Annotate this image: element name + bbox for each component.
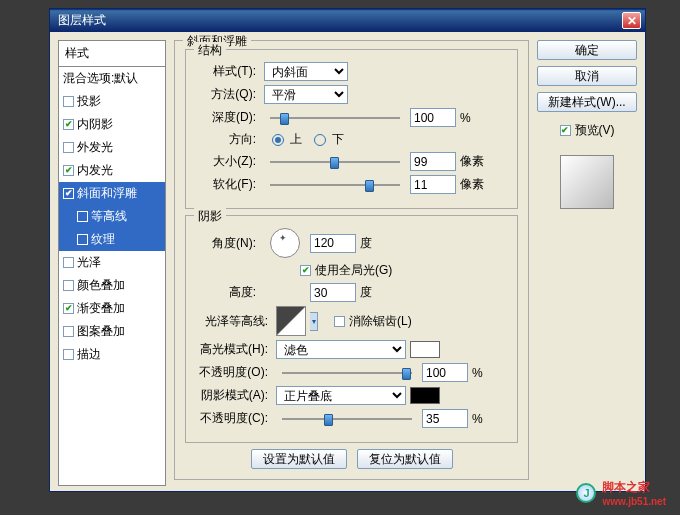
sidebar-title: 样式 — [59, 41, 165, 67]
shadow-select[interactable]: 正片叠底 — [276, 386, 406, 405]
soften-input[interactable] — [410, 175, 456, 194]
chevron-down-icon[interactable]: ▾ — [310, 312, 318, 331]
depth-slider[interactable] — [270, 110, 400, 126]
ok-button[interactable]: 确定 — [537, 40, 637, 60]
watermark: J 脚本之家 www.jb51.net — [576, 479, 666, 507]
checkbox-icon[interactable]: ✔ — [63, 165, 74, 176]
sidebar-item-bevel[interactable]: ✔斜面和浮雕 — [59, 182, 165, 205]
set-default-button[interactable]: 设置为默认值 — [251, 449, 347, 469]
shading-legend: 阴影 — [194, 208, 226, 225]
h-opacity-label: 不透明度(O): — [196, 364, 268, 381]
structure-legend: 结构 — [194, 42, 226, 59]
preview-swatch — [560, 155, 614, 209]
watermark-text: 脚本之家 — [602, 479, 666, 496]
reset-default-button[interactable]: 复位为默认值 — [357, 449, 453, 469]
global-light-checkbox[interactable]: ✔ — [300, 265, 311, 276]
gloss-contour[interactable] — [276, 306, 306, 336]
shadow-color[interactable] — [410, 387, 440, 404]
sidebar-item-contour[interactable]: 等高线 — [59, 205, 165, 228]
gloss-label: 光泽等高线: — [196, 313, 268, 330]
checkbox-icon[interactable] — [63, 349, 74, 360]
titlebar[interactable]: 图层样式 ✕ — [50, 9, 645, 32]
shading-group: 阴影 角度(N):度 ✔使用全局光(G) 高度:度 光泽等高线:▾消除锯齿(L)… — [185, 215, 518, 443]
checkbox-icon[interactable]: ✔ — [63, 188, 74, 199]
style-label: 样式(T): — [196, 63, 256, 80]
checkbox-icon[interactable] — [63, 257, 74, 268]
logo-icon: J — [576, 483, 596, 503]
sidebar-item-texture[interactable]: 纹理 — [59, 228, 165, 251]
sidebar-item-outerglow[interactable]: 外发光 — [59, 136, 165, 159]
antialias-checkbox[interactable] — [334, 316, 345, 327]
radio-down[interactable] — [314, 134, 326, 146]
checkbox-icon[interactable] — [77, 211, 88, 222]
structure-group: 结构 样式(T):内斜面 方法(Q):平滑 深度(D):% 方向:上下 大小(Z… — [185, 49, 518, 209]
soften-slider[interactable] — [270, 177, 400, 193]
highlight-label: 高光模式(H): — [196, 341, 268, 358]
technique-label: 方法(Q): — [196, 86, 256, 103]
angle-dial[interactable] — [270, 228, 300, 258]
checkbox-icon[interactable]: ✔ — [63, 119, 74, 130]
sidebar-item-stroke[interactable]: 描边 — [59, 343, 165, 366]
checkbox-icon[interactable]: ✔ — [63, 303, 74, 314]
shadow-label: 阴影模式(A): — [196, 387, 268, 404]
bevel-group: 斜面和浮雕 结构 样式(T):内斜面 方法(Q):平滑 深度(D):% 方向:上… — [174, 40, 529, 480]
s-opacity-label: 不透明度(C): — [196, 410, 268, 427]
checkbox-icon[interactable] — [63, 326, 74, 337]
size-input[interactable] — [410, 152, 456, 171]
layer-style-dialog: 图层样式 ✕ 样式 混合选项:默认 投影 ✔内阴影 外发光 ✔内发光 ✔斜面和浮… — [49, 8, 646, 492]
close-button[interactable]: ✕ — [622, 12, 641, 29]
technique-select[interactable]: 平滑 — [264, 85, 348, 104]
depth-label: 深度(D): — [196, 109, 256, 126]
h-opacity-slider[interactable] — [282, 365, 412, 381]
checkbox-icon[interactable] — [77, 234, 88, 245]
checkbox-icon[interactable] — [63, 142, 74, 153]
angle-input[interactable] — [310, 234, 356, 253]
h-opacity-input[interactable] — [422, 363, 468, 382]
main-panel: 斜面和浮雕 结构 样式(T):内斜面 方法(Q):平滑 深度(D):% 方向:上… — [174, 40, 529, 486]
direction-label: 方向: — [196, 131, 256, 148]
checkbox-icon[interactable] — [63, 96, 74, 107]
checkbox-icon[interactable] — [63, 280, 74, 291]
sidebar-item-innerglow[interactable]: ✔内发光 — [59, 159, 165, 182]
sidebar-item-patternoverlay[interactable]: 图案叠加 — [59, 320, 165, 343]
window-title: 图层样式 — [54, 12, 106, 29]
size-slider[interactable] — [270, 154, 400, 170]
size-label: 大小(Z): — [196, 153, 256, 170]
watermark-url: www.jb51.net — [602, 496, 666, 507]
sidebar-item-innershadow[interactable]: ✔内阴影 — [59, 113, 165, 136]
newstyle-button[interactable]: 新建样式(W)... — [537, 92, 637, 112]
sidebar-item-blending[interactable]: 混合选项:默认 — [59, 67, 165, 90]
highlight-color[interactable] — [410, 341, 440, 358]
radio-up[interactable] — [272, 134, 284, 146]
styles-sidebar: 样式 混合选项:默认 投影 ✔内阴影 外发光 ✔内发光 ✔斜面和浮雕 等高线 纹… — [58, 40, 166, 486]
cancel-button[interactable]: 取消 — [537, 66, 637, 86]
preview-checkbox[interactable]: ✔ — [560, 125, 571, 136]
style-select[interactable]: 内斜面 — [264, 62, 348, 81]
s-opacity-input[interactable] — [422, 409, 468, 428]
sidebar-item-satin[interactable]: 光泽 — [59, 251, 165, 274]
angle-label: 角度(N): — [196, 235, 256, 252]
altitude-label: 高度: — [196, 284, 256, 301]
soften-label: 软化(F): — [196, 176, 256, 193]
right-buttons: 确定 取消 新建样式(W)... ✔预览(V) — [537, 40, 637, 486]
sidebar-item-dropshadow[interactable]: 投影 — [59, 90, 165, 113]
depth-input[interactable] — [410, 108, 456, 127]
highlight-select[interactable]: 滤色 — [276, 340, 406, 359]
sidebar-item-coloroverlay[interactable]: 颜色叠加 — [59, 274, 165, 297]
s-opacity-slider[interactable] — [282, 411, 412, 427]
altitude-input[interactable] — [310, 283, 356, 302]
sidebar-item-gradientoverlay[interactable]: ✔渐变叠加 — [59, 297, 165, 320]
